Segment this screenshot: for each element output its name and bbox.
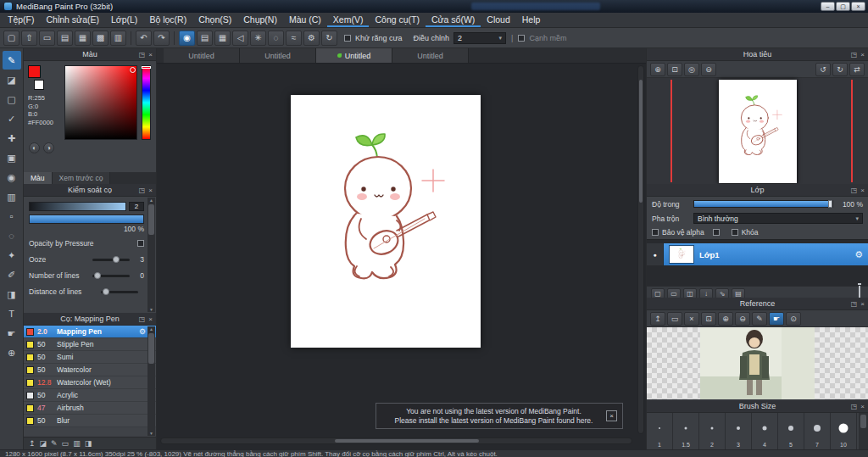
layer-opacity-slider[interactable] — [693, 200, 833, 208]
select-eraser-tool[interactable]: ◨ — [3, 285, 21, 304]
menu-item-layer[interactable]: Lớp(L) — [105, 13, 143, 27]
popout-icon[interactable]: ◳ — [851, 400, 858, 413]
menu-item-select[interactable]: Chọn(S) — [192, 13, 237, 27]
popout-icon[interactable]: ◳ — [851, 184, 858, 197]
brush-row[interactable]: 50 Watercolor — [24, 364, 156, 376]
select-pen-tool[interactable]: ✐ — [3, 265, 21, 284]
brush-chip-icon[interactable]: ◪ — [40, 439, 47, 448]
menu-item-help[interactable]: Help — [516, 13, 547, 27]
move-tool[interactable]: ✚ — [3, 129, 21, 148]
ooze-slider-knob[interactable] — [113, 256, 120, 263]
vertical-scrollbar[interactable] — [637, 65, 644, 434]
clear-image-icon[interactable]: × — [684, 312, 699, 326]
close-icon[interactable]: × — [148, 48, 153, 61]
tab-brush-preview[interactable]: Xem trước cọ — [53, 172, 111, 184]
scrollbar-thumb[interactable] — [335, 439, 479, 443]
gear-icon[interactable]: ⚙ — [139, 327, 146, 336]
fit-image-icon[interactable]: ⊡ — [701, 312, 716, 326]
undo-icon[interactable]: ↶ — [136, 31, 152, 46]
horizontal-scrollbar[interactable] — [160, 437, 632, 444]
brush-size-cell[interactable]: 5 — [778, 413, 804, 449]
scroll-up-icon[interactable]: ▲ — [149, 326, 153, 332]
material-icon[interactable]: ▤ — [57, 31, 73, 46]
close-icon[interactable]: × — [148, 184, 153, 197]
notification-close-icon[interactable]: × — [606, 410, 617, 421]
menu-item-edit[interactable]: Chỉnh sửa(E) — [41, 13, 105, 27]
popout-icon[interactable]: ◳ — [139, 184, 146, 197]
curve-snap-icon[interactable]: ≈ — [286, 31, 302, 46]
close-icon[interactable]: × — [860, 184, 865, 197]
pen-tool[interactable]: ✎ — [3, 51, 21, 70]
protect-alpha-checkbox[interactable] — [652, 229, 659, 236]
pencil-icon[interactable]: ✎ — [752, 312, 767, 326]
layer-row-selected[interactable]: ● Lớp1 ⚙ — [647, 243, 868, 265]
blend-mode-dropdown[interactable]: Bình thường ▾ — [693, 213, 863, 224]
brush-size-cell[interactable]: 7 — [804, 413, 831, 449]
close-icon[interactable]: × — [860, 298, 865, 310]
foreground-color-swatch[interactable] — [28, 65, 41, 78]
layer-name[interactable]: Lớp1 — [699, 250, 854, 259]
navigator-thumbnail[interactable] — [719, 80, 797, 183]
clipping-checkbox[interactable] — [713, 229, 720, 236]
circle-snap-icon[interactable]: ◌ — [268, 31, 284, 46]
document-tab[interactable]: Untitled — [240, 48, 316, 63]
brush-folder-icon[interactable]: ▭ — [62, 439, 70, 448]
scroll-down-icon[interactable]: ▼ — [149, 307, 153, 312]
zoom-out-icon[interactable]: ⊖ — [701, 63, 716, 76]
menu-item-file[interactable]: Tệp(F) — [2, 13, 41, 27]
add-brush-icon[interactable]: ↥ — [29, 439, 36, 448]
hand-icon[interactable]: ☛ — [769, 312, 784, 326]
brush-size-cell[interactable]: 1 — [647, 413, 673, 449]
number-of-lines-knob[interactable] — [94, 272, 101, 279]
layer-visibility-icon[interactable]: ● — [647, 243, 664, 265]
menu-item-color[interactable]: Màu (C) — [283, 13, 327, 27]
brush-opacity-slider[interactable] — [29, 215, 144, 224]
parallel-snap-icon[interactable]: ▤ — [197, 31, 213, 46]
scrollbar-thumb[interactable] — [639, 80, 643, 203]
transfer-layer-icon[interactable]: ⇘ — [715, 288, 729, 298]
maximize-button[interactable]: ▢ — [836, 2, 850, 11]
new-canvas-icon[interactable]: ▢ — [3, 31, 19, 46]
rotate-left-icon[interactable]: ↺ — [815, 63, 831, 76]
popout-icon[interactable]: ◳ — [139, 313, 146, 326]
radial-snap-icon[interactable]: ✳ — [250, 31, 266, 46]
actual-size-icon[interactable]: ◎ — [684, 63, 699, 76]
reference-image-area[interactable] — [647, 327, 868, 399]
vanishing-point-snap-icon[interactable]: ◁ — [232, 31, 248, 46]
navigator-preview[interactable] — [647, 78, 868, 184]
menu-item-filter[interactable]: Bộ lọc(R) — [143, 13, 192, 27]
menu-item-cloud[interactable]: Cloud — [481, 13, 515, 27]
pixel-grid-icon[interactable]: ▩ — [92, 31, 108, 46]
lock-checkbox[interactable] — [732, 229, 738, 236]
brush-folder-add-icon[interactable]: ▥ — [73, 439, 81, 448]
scroll-up-icon[interactable]: ▲ — [149, 198, 153, 203]
minimize-button[interactable]: – — [821, 2, 835, 11]
brush-row[interactable]: 47 Airbrush — [24, 402, 156, 415]
menu-item-window[interactable]: Cửa sổ(W) — [426, 13, 481, 27]
reference-image[interactable] — [700, 327, 815, 399]
drawing-canvas[interactable] — [291, 95, 481, 348]
hue-cursor[interactable] — [142, 66, 151, 69]
snap-reset-icon[interactable]: ↻ — [321, 31, 337, 46]
ooze-slider[interactable] — [92, 259, 130, 261]
snap-off-icon[interactable]: ◉ — [179, 31, 195, 46]
scroll-down-icon[interactable]: ▼ — [149, 431, 153, 436]
brush-row[interactable]: 2.0 Mapping Pen ⚙ — [24, 326, 156, 338]
adjust-dropdown[interactable]: 2 ▾ — [453, 32, 506, 44]
scrollbar-thumb[interactable] — [148, 204, 154, 235]
opacity-by-pressure-checkbox[interactable] — [137, 240, 144, 247]
distance-of-lines-slider[interactable] — [101, 291, 138, 293]
scrollbar-thumb[interactable] — [148, 333, 154, 364]
zoom-tool[interactable]: ⊕ — [3, 343, 21, 362]
close-icon[interactable]: × — [860, 48, 865, 61]
sv-cursor[interactable] — [130, 67, 136, 73]
bucket-tool[interactable]: ◉ — [3, 168, 21, 187]
flip-horizontal-icon[interactable]: ⇄ — [849, 63, 865, 76]
eyedropper-icon[interactable]: ⊙ — [786, 312, 801, 326]
tile-icon[interactable]: ▥ — [110, 31, 126, 46]
grid-snap-icon[interactable]: ▦ — [214, 31, 231, 46]
delete-brush-icon[interactable]: ◨ — [85, 439, 92, 448]
delete-layer-button[interactable] — [859, 286, 860, 298]
brush-row[interactable]: 50 Sumi — [24, 351, 156, 364]
zoom-out-icon[interactable]: ⊖ — [735, 312, 750, 326]
